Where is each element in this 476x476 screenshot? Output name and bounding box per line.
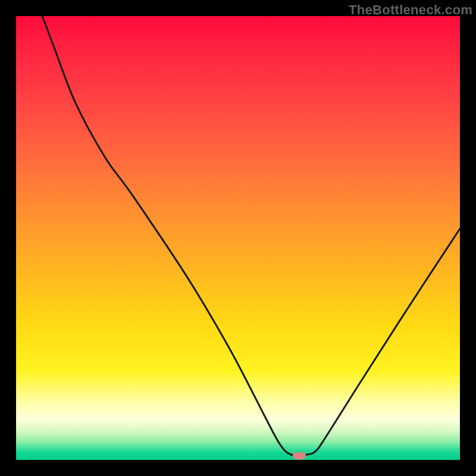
optimum-marker	[293, 452, 306, 459]
watermark-text: TheBottleneck.com	[349, 2, 472, 18]
plot-area	[16, 16, 460, 460]
bottleneck-curve	[16, 16, 460, 460]
chart-frame: TheBottleneck.com	[0, 0, 476, 476]
